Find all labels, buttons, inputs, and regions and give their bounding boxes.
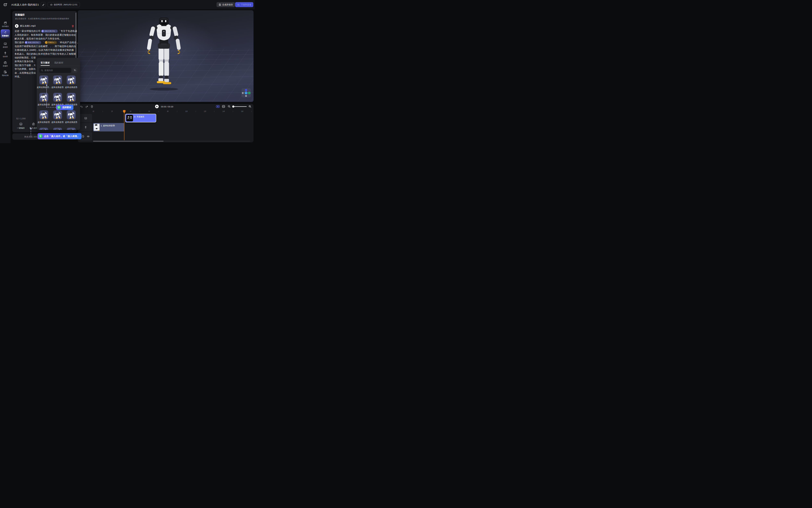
expression-track-icon bbox=[84, 117, 87, 120]
connector-dot-1 bbox=[30, 128, 32, 129]
delete-audio-icon[interactable] bbox=[72, 25, 74, 28]
quote-mark: 「 bbox=[57, 41, 60, 44]
ruler-tick bbox=[140, 111, 140, 112]
robot-model[interactable] bbox=[143, 17, 185, 91]
undo-icon[interactable] bbox=[80, 105, 83, 108]
save-time-label: 保存时间 bbox=[54, 3, 62, 6]
material-card[interactable]: 超帅走路姿势 bbox=[64, 93, 78, 106]
sidebar-item-label: 表情库 bbox=[3, 46, 8, 48]
script-text: 这是一家全球领先的公司 bbox=[14, 30, 41, 33]
deploy-to-device-button[interactable]: 下发到设备 bbox=[235, 2, 253, 7]
top-bar: A1机器人动作-我的项目1 保存时间 26/01/03 12:01 合成并保存 … bbox=[0, 0, 255, 9]
tutorial-step-1: 1 点击「插入动作」或「插入表情」 bbox=[38, 133, 82, 139]
script-line: 学习的界限。创新机 bbox=[14, 67, 36, 71]
tag-close-icon[interactable]: × bbox=[39, 42, 40, 43]
material-card[interactable]: 超帅走路姿势 bbox=[37, 93, 51, 106]
timeline-scrollbar[interactable] bbox=[93, 141, 250, 142]
script-line: 解决方案，提高各行各业的生产力和安全性。 bbox=[14, 37, 62, 41]
action-tag[interactable]: 弯腰(5s)× bbox=[45, 41, 57, 44]
material-card[interactable]: 超帅走路姿势 bbox=[64, 76, 78, 89]
material-thumbnail-partial[interactable] bbox=[67, 128, 76, 130]
script-text: 用于物流和仓储的自 bbox=[55, 45, 76, 48]
connector-line-2h bbox=[46, 107, 56, 108]
synthesize-save-button[interactable]: 合成并保存 bbox=[216, 2, 235, 7]
tag-close-icon[interactable]: × bbox=[56, 30, 57, 32]
delete-clip-icon[interactable] bbox=[90, 105, 93, 108]
timeline-zoom-slider[interactable] bbox=[232, 106, 247, 107]
svg-text:AI: AI bbox=[20, 124, 21, 125]
material-card[interactable]: 超帅走路姿势 bbox=[51, 110, 65, 124]
script-line: 命，从而降低运营成 bbox=[14, 71, 36, 75]
tag-close-icon[interactable]: × bbox=[55, 42, 56, 43]
snap-toggle-icon[interactable] bbox=[216, 105, 220, 108]
script-text: 样化的产品组合， bbox=[60, 41, 79, 44]
connector-line-2v bbox=[46, 86, 47, 107]
script-text: 学习的界限。创新机 bbox=[14, 68, 36, 71]
play-audio-button[interactable] bbox=[15, 24, 18, 28]
tab-official-materials[interactable]: 官方素材 bbox=[41, 61, 50, 64]
zoom-out-icon[interactable] bbox=[228, 105, 231, 108]
material-thumbnail-partial[interactable] bbox=[39, 128, 48, 130]
timeline-play-button[interactable] bbox=[155, 105, 159, 108]
audio-file-row: 默认名称1.mp3 bbox=[15, 24, 74, 28]
tag-label: 弯腰(5s) bbox=[48, 41, 54, 44]
tab-my-materials[interactable]: 我的素材 bbox=[54, 61, 63, 64]
material-thumbnail bbox=[67, 93, 76, 102]
material-card-label: 超帅走路姿势 bbox=[51, 121, 64, 124]
sidebar-item-6[interactable]: 我的任务 bbox=[1, 69, 10, 78]
panel-actions: AI一键编排插入动作 bbox=[15, 122, 39, 129]
redo-icon[interactable] bbox=[85, 105, 88, 108]
sidebar-item-3[interactable]: 表情库 bbox=[1, 41, 10, 49]
material-card-label: 超帅走路姿势 bbox=[51, 86, 64, 89]
axis-gizmo[interactable]: Z X Y bbox=[242, 88, 251, 97]
ruler-tick bbox=[214, 111, 214, 112]
timeline-scrollbar-thumb[interactable] bbox=[93, 141, 164, 142]
search-placeholder: 搜索内容 bbox=[44, 69, 53, 72]
zoom-in-icon[interactable] bbox=[248, 105, 251, 108]
material-card[interactable]: 超帅走路姿势 bbox=[64, 110, 78, 124]
material-thumbnail bbox=[39, 76, 48, 84]
expression-clip[interactable]: 害羞微笑 bbox=[125, 114, 156, 122]
timeline-ruler[interactable]: 0f2f4f6f8f10f12f14f16f bbox=[78, 110, 253, 114]
sidebar-item-4[interactable]: 动作库 bbox=[1, 50, 10, 59]
action-clip[interactable]: 超帅走路姿势 bbox=[93, 123, 124, 131]
app-logo-icon bbox=[3, 3, 7, 7]
material-thumbnail-partial[interactable] bbox=[53, 128, 62, 130]
material-card[interactable]: 超帅走路姿势 bbox=[51, 93, 65, 106]
insert-action-icon bbox=[32, 122, 35, 126]
rename-button[interactable] bbox=[41, 2, 46, 7]
material-card-label: 超帅走路姿势 bbox=[38, 103, 50, 106]
expression-tag[interactable]: 哈哈大笑(10s)× bbox=[41, 30, 58, 33]
connector-line-1v bbox=[31, 129, 31, 137]
search-input[interactable]: 搜索内容 bbox=[39, 68, 71, 73]
filter-button[interactable] bbox=[72, 68, 77, 73]
quote-mark: 」 bbox=[43, 34, 45, 37]
expression-track-header[interactable] bbox=[79, 114, 92, 122]
sidebar-item-1[interactable]: 动作模仿 bbox=[1, 20, 10, 29]
viewport-3d[interactable]: Z X Y bbox=[78, 10, 253, 102]
timecode: 00:00 / 00:30 bbox=[161, 105, 173, 108]
script-text: 包括用于精密制造的工业机械臂、 bbox=[14, 45, 50, 48]
step-2-badge: 2 bbox=[57, 105, 61, 109]
script-line: 我们提供 哈哈大笑(10s)×「弯腰(5s)×「样化的产品组合， bbox=[14, 41, 79, 44]
script-text: 动的控制系统，它使 bbox=[14, 56, 36, 59]
person-icon bbox=[4, 51, 7, 55]
material-card[interactable]: 超帅走路姿势... bbox=[37, 76, 51, 89]
save-icon bbox=[218, 3, 221, 6]
ruler-label: 4f bbox=[130, 110, 131, 112]
one-click-arrange-button[interactable]: AI一键编排 bbox=[15, 122, 26, 129]
speaker-icon[interactable] bbox=[87, 135, 90, 138]
svg-text:X: X bbox=[249, 92, 250, 94]
tag-person-badge bbox=[45, 41, 47, 44]
char-counter: 52 / 1,000 bbox=[16, 117, 26, 120]
sidebar-item-2[interactable]: 音频编排 bbox=[1, 29, 10, 38]
project-title: A1机器人动作-我的项目1 bbox=[11, 3, 39, 6]
zoom-slider-thumb[interactable] bbox=[232, 105, 234, 108]
sidebar-item-5[interactable]: 音频库 bbox=[1, 59, 10, 68]
material-card[interactable]: 超帅走路姿势 bbox=[51, 76, 65, 89]
fit-view-icon[interactable] bbox=[222, 105, 225, 108]
action-track-header[interactable] bbox=[79, 123, 92, 131]
playhead-line[interactable] bbox=[124, 113, 124, 140]
material-card[interactable]: 超帅走路姿势 bbox=[37, 110, 51, 124]
expression-tag[interactable]: 哈哈大笑(10s)× bbox=[25, 41, 41, 44]
